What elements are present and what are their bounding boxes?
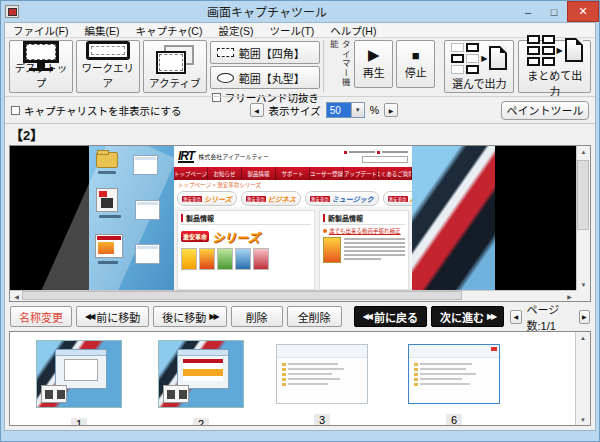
app-window: 画面キャプチャツール – □ ✕ ファイル(F) 編集(E) キャプチャ(C) … [0, 0, 600, 442]
move-next-button[interactable]: 後に移動 ▶▶ [153, 306, 226, 327]
range-oval-button[interactable]: 範囲【丸型】 [210, 66, 320, 89]
new-products-card: 新製品情報 誰でも出来る動画手振れ補正 [319, 210, 409, 290]
capture-index-label: 【2】 [10, 125, 43, 144]
page-back-button[interactable]: ◀◀ 前に戻る [354, 306, 427, 327]
menu-bar: ファイル(F) 編集(E) キャプチャ(C) 設定(S) ツール(T) ヘルプ(… [5, 23, 595, 38]
scroll-down-icon[interactable]: ▼ [577, 279, 590, 290]
scroll-right-icon[interactable]: ▶ [563, 291, 576, 302]
capture-desktop-left [89, 146, 174, 290]
menu-edit[interactable]: 編集(E) [76, 23, 127, 38]
site-search-box [362, 156, 408, 163]
page-count-group: ◀ ページ数:1/1 [510, 301, 574, 333]
range-rect-button[interactable]: 範囲【四角】 [210, 41, 320, 64]
display-size-label: 表示サイズ [269, 103, 321, 118]
thumbnail-image-3[interactable] [276, 344, 368, 404]
preview-hscroll-thumb[interactable] [22, 291, 462, 300]
page-icon [565, 38, 583, 62]
preview-canvas: IRT 株式会社アイアールティー トップページ お知らせ 製品情報 サポート [10, 146, 576, 290]
range-rect-label: 範囲【四角】 [239, 45, 305, 61]
menu-tools[interactable]: ツール(T) [261, 23, 322, 38]
scroll-up-icon[interactable]: ▲ [577, 146, 590, 157]
thumbnail-number: 1 [36, 414, 122, 426]
timer-label: タイマー機能 [327, 40, 351, 92]
output-group: ▶ 選んで出力 ▶ まとめて出力 [444, 40, 591, 93]
size-value: 50 [327, 103, 351, 117]
double-right-icon: ▶▶ [487, 312, 495, 321]
rect-range-icon [217, 48, 234, 57]
new-product-box [323, 237, 341, 263]
delete-button[interactable]: 削除 [231, 306, 283, 327]
capture-workarea-button[interactable]: ワークエリア [76, 40, 140, 93]
minimize-button[interactable]: – [515, 1, 541, 22]
play-icon: ▶ [368, 48, 380, 62]
thumbnail-item[interactable]: 3 [276, 344, 368, 426]
thumbnail-image-2[interactable] [158, 340, 244, 408]
site-company: 株式会社アイアールティー [198, 152, 269, 161]
menu-settings[interactable]: 設定(S) [210, 23, 261, 38]
timer-stop-button[interactable]: ■ 停止 [396, 40, 435, 88]
range-group: 範囲【四角】 範囲【丸型】 フリーハンド切抜き [210, 40, 320, 104]
size-decrease-button[interactable]: ◀ [250, 103, 264, 117]
thumbnail-item[interactable]: 6 [408, 344, 500, 426]
batch-output-button[interactable]: ▶ まとめて出力 [518, 40, 591, 93]
capture-desktop-button[interactable]: デスクトップ [9, 40, 73, 93]
menu-capture[interactable]: キャプチャ(C) [127, 23, 210, 38]
rename-button[interactable]: 名称変更 [10, 306, 72, 327]
site-category-buttons: 激安革命シリーズ 激安革命ビジネス 激安革命ミュージック 激安革命パック [174, 190, 412, 207]
menu-help[interactable]: ヘルプ(H) [322, 23, 384, 38]
timer-play-button[interactable]: ▶ 再生 [354, 40, 393, 88]
thumbnail-item[interactable]: 1 [36, 340, 122, 426]
capture-desktop-right [412, 146, 495, 290]
new-product-link: 誰でも出来る動画手振れ補正 [323, 227, 405, 235]
thumbnail-image-1[interactable] [36, 340, 122, 408]
capture-active-button[interactable]: アクティブ [143, 40, 207, 93]
preview-vscroll-thumb[interactable] [577, 160, 589, 230]
paint-tool-button[interactable]: ペイントツール [501, 101, 589, 120]
page-count-label: ページ数:1/1 [527, 301, 575, 333]
batch-output-icon: ▶ [527, 35, 583, 66]
site-content: 製品情報 激安革命 シリーズ [174, 207, 412, 290]
options-row: キャプチャリストを非表示にする ◀ 表示サイズ 50 ▼ % ▶ ペイントツール [5, 96, 595, 123]
new-section-title: 新製品情報 [323, 213, 405, 225]
select-output-button[interactable]: ▶ 選んで出力 [444, 40, 514, 93]
size-increase-button[interactable]: ▶ [384, 103, 398, 117]
active-window-icon [154, 45, 196, 75]
thumbnail-image-6[interactable] [408, 344, 500, 404]
delete-all-button[interactable]: 全削除 [287, 306, 342, 327]
next-page-button[interactable]: ▶ [579, 310, 591, 324]
site-header: IRT 株式会社アイアールティー [174, 146, 412, 167]
prev-page-button[interactable]: ◀ [510, 310, 521, 324]
thumbnail-number: 2 [158, 414, 244, 426]
menu-file[interactable]: ファイル(F) [5, 23, 76, 38]
app-icon [5, 5, 19, 18]
batch-output-label: まとめて出力 [525, 67, 584, 99]
scroll-up-icon[interactable]: ▲ [577, 332, 590, 343]
chevron-down-icon[interactable]: ▼ [351, 103, 364, 117]
thumbnail-scrollbar[interactable]: ▲ ▼ [575, 332, 590, 425]
capture-toolbar: デスクトップ ワークエリア アクティブ 範囲【四角】 範囲【丸型】 [5, 38, 595, 96]
desktop-monitor-icon [21, 41, 61, 60]
hide-list-checkbox[interactable] [11, 106, 20, 115]
double-left-icon: ◀◀ [363, 312, 371, 321]
folder-icon [96, 152, 118, 168]
close-button[interactable]: ✕ [567, 1, 599, 22]
pdf-file-icon [96, 188, 118, 212]
site-breadcrumb: トップページ > 激安革命シリーズ [174, 180, 412, 190]
site-toplinks [344, 151, 408, 163]
size-combobox[interactable]: 50 ▼ [326, 102, 365, 118]
oval-range-icon [217, 73, 234, 83]
page-forward-button[interactable]: 次に進む ▶▶ [431, 306, 504, 327]
move-prev-button[interactable]: ◀◀ 前に移動 [76, 306, 149, 327]
scroll-down-icon[interactable]: ▼ [577, 414, 590, 425]
preview-area: IRT 株式会社アイアールティー トップページ お知らせ 製品情報 サポート [9, 145, 591, 302]
maximize-button[interactable]: □ [541, 1, 567, 22]
arrow-right-icon: ▶ [557, 46, 563, 55]
active-button-label: アクティブ [149, 75, 200, 90]
window-icon [133, 155, 158, 175]
double-left-icon: ◀◀ [85, 312, 93, 321]
site-navbar: トップページ お知らせ 製品情報 サポート ユーザー登録 アップデート よくある… [174, 167, 412, 180]
arrow-right-icon: ▶ [481, 54, 487, 63]
list-nav-row: 名称変更 ◀◀ 前に移動 後に移動 ▶▶ 削除 全削除 ◀◀ 前に戻る 次に進む… [5, 302, 595, 331]
play-label: 再生 [363, 64, 385, 80]
thumbnail-item[interactable]: 2 [158, 340, 244, 426]
